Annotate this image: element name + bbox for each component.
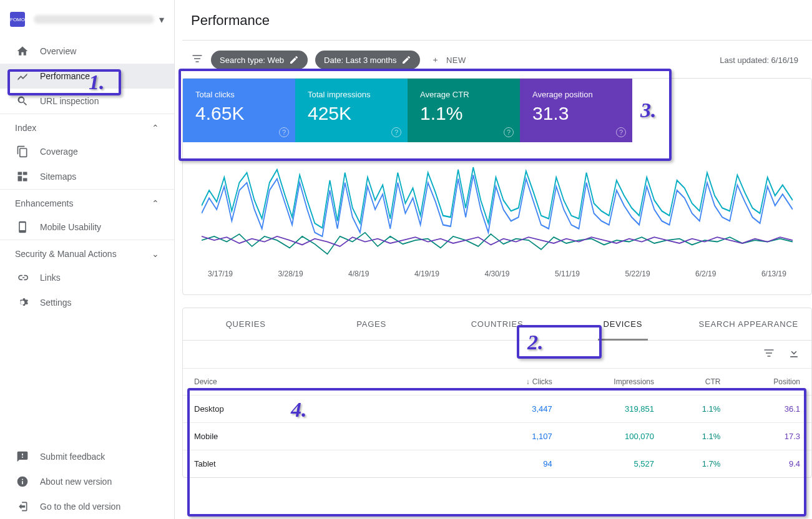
metric-average-position[interactable]: Average position 31.3 ? — [520, 79, 632, 142]
main-content: Performance Search type: Web Date: Last … — [175, 0, 812, 519]
chart-line-icon — [15, 69, 30, 84]
help-icon[interactable]: ? — [279, 127, 289, 137]
download-icon[interactable] — [788, 347, 800, 362]
new-filter-button[interactable]: ＋ NEW — [431, 54, 466, 65]
sidebar-label: Performance — [40, 71, 90, 81]
gear-icon — [15, 295, 30, 310]
sidebar-section-index[interactable]: Index ⌃ — [0, 114, 174, 139]
help-icon[interactable]: ? — [391, 127, 401, 137]
sidebar-item-sitemaps[interactable]: Sitemaps — [0, 164, 174, 189]
chevron-down-icon: ▾ — [159, 14, 164, 26]
tab-pages[interactable]: PAGES — [308, 308, 434, 340]
plus-icon: ＋ — [431, 54, 440, 65]
chart-area: 3/17/19 3/28/19 4/8/19 4/19/19 4/30/19 5… — [183, 142, 811, 294]
help-icon[interactable]: ? — [504, 127, 514, 137]
sidebar-item-overview[interactable]: Overview — [0, 39, 174, 64]
metrics-row: Total clicks 4.65K ? Total impressions 4… — [183, 79, 811, 142]
metric-total-clicks[interactable]: Total clicks 4.65K ? — [183, 79, 295, 142]
sidebar-section-security[interactable]: Security & Manual Actions ⌄ — [0, 240, 174, 265]
search-icon — [15, 94, 30, 109]
devices-table: Device ↓Clicks Impressions CTR Position … — [183, 368, 811, 477]
metric-average-ctr[interactable]: Average CTR 1.1% ? — [408, 79, 520, 142]
sidebar: FOMO ▾ Overview Performance URL inspecti… — [0, 0, 175, 519]
exit-icon — [15, 499, 30, 514]
table-card: QUERIES PAGES COUNTRIES DEVICES SEARCH A… — [182, 308, 812, 478]
property-selector[interactable]: FOMO ▾ — [0, 0, 174, 39]
link-icon — [15, 270, 30, 285]
sidebar-footer-old-version[interactable]: Go to the old version — [0, 494, 174, 519]
tab-countries[interactable]: COUNTRIES — [434, 308, 560, 340]
sidebar-footer-about[interactable]: About new version — [0, 469, 174, 494]
filter-icon[interactable] — [191, 52, 203, 67]
sidebar-label: Mobile Usability — [40, 222, 101, 232]
sidebar-label: Sitemaps — [40, 172, 76, 182]
chevron-down-icon: ⌄ — [152, 249, 159, 259]
filter-chip-date[interactable]: Date: Last 3 months — [315, 51, 420, 69]
pencil-icon — [289, 55, 299, 65]
sidebar-section-enhancements[interactable]: Enhancements ⌃ — [0, 189, 174, 215]
sort-desc-icon: ↓ — [526, 377, 530, 386]
table-row[interactable]: Tablet945,5271.7%9.4 — [183, 450, 811, 478]
sidebar-item-mobile-usability[interactable]: Mobile Usability — [0, 215, 174, 240]
phone-icon — [15, 220, 30, 235]
table-row[interactable]: Mobile1,107100,0701.1%17.3 — [183, 423, 811, 450]
tab-search-appearance[interactable]: SEARCH APPEARANCE — [686, 308, 811, 340]
sidebar-label: Overview — [40, 46, 76, 56]
home-icon — [15, 44, 30, 59]
th-ctr[interactable]: CTR — [665, 369, 731, 395]
property-url-blurred — [34, 15, 154, 24]
sidebar-label: Links — [40, 273, 61, 283]
table-row[interactable]: Desktop3,447319,8511.1%36.1 — [183, 395, 811, 423]
filter-icon[interactable] — [763, 347, 775, 362]
last-updated-label: Last updated: 6/16/19 — [720, 56, 803, 65]
sidebar-item-settings[interactable]: Settings — [0, 290, 174, 315]
performance-line-chart — [202, 163, 793, 263]
tab-queries[interactable]: QUERIES — [183, 308, 308, 340]
th-impressions[interactable]: Impressions — [564, 369, 665, 395]
th-clicks[interactable]: ↓Clicks — [484, 369, 563, 395]
filter-bar: Search type: Web Date: Last 3 months ＋ N… — [182, 51, 812, 78]
filter-chip-search-type[interactable]: Search type: Web — [211, 51, 308, 69]
chevron-up-icon: ⌃ — [152, 123, 159, 133]
chevron-up-icon: ⌃ — [152, 198, 159, 208]
sidebar-item-url-inspection[interactable]: URL inspection — [0, 89, 174, 114]
table-tabs: QUERIES PAGES COUNTRIES DEVICES SEARCH A… — [183, 308, 811, 341]
page-title: Performance — [182, 0, 812, 41]
sitemap-icon — [15, 169, 30, 184]
th-device[interactable]: Device — [183, 369, 484, 395]
chart-x-axis: 3/17/19 3/28/19 4/8/19 4/19/19 4/30/19 5… — [202, 266, 793, 287]
sidebar-item-performance[interactable]: Performance — [0, 64, 174, 89]
sidebar-item-links[interactable]: Links — [0, 265, 174, 290]
th-position[interactable]: Position — [731, 369, 811, 395]
sidebar-item-coverage[interactable]: Coverage — [0, 139, 174, 164]
tab-devices[interactable]: DEVICES — [560, 308, 685, 340]
copy-icon — [15, 144, 30, 159]
feedback-icon — [15, 449, 30, 464]
pencil-icon — [401, 55, 411, 65]
sidebar-label: Settings — [40, 298, 72, 308]
info-icon — [15, 474, 30, 489]
metric-total-impressions[interactable]: Total impressions 425K ? — [295, 79, 408, 142]
help-icon[interactable]: ? — [616, 127, 626, 137]
sidebar-label: URL inspection — [40, 96, 99, 106]
property-logo: FOMO — [10, 12, 25, 27]
sidebar-label: Coverage — [40, 147, 78, 157]
performance-card: Total clicks 4.65K ? Total impressions 4… — [182, 78, 812, 295]
sidebar-footer-feedback[interactable]: Submit feedback — [0, 444, 174, 469]
